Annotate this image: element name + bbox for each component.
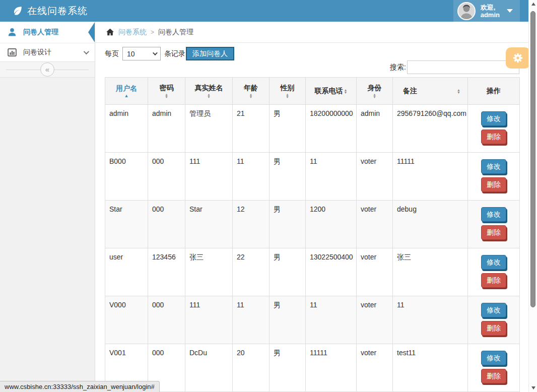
breadcrumb-current: 问卷人管理 [158,28,193,37]
table-cell: voter [357,344,393,392]
actions-cell: 修改删除 [468,248,520,296]
delete-button[interactable]: 删除 [481,273,506,288]
table-row: user123456张三22男13022500400voter张三修改删除 [105,248,520,296]
sidebar-item-respondent-management[interactable]: 问卷人管理 [0,22,95,43]
table-cell: 000 [148,201,185,248]
edit-button[interactable]: 修改 [481,255,506,270]
breadcrumb: 问卷系统 > 问卷人管理 [95,22,528,43]
add-respondent-button[interactable]: 添加问卷人 [186,47,234,60]
caret-down-icon [507,9,513,13]
column-header-3[interactable]: 年龄▲▼ [233,78,270,105]
table-cell: voter [357,201,393,248]
edit-button[interactable]: 修改 [481,159,506,174]
sort-icon: ▲▼ [207,93,211,98]
welcome-line2: admin [481,11,500,19]
column-label: 备注 [403,87,417,96]
table-row: Star000Star12男1200voterdebug修改删除 [105,201,520,248]
table-cell: 20 [233,344,270,392]
welcome-text: 欢迎, admin [481,4,500,19]
table-cell: 11111 [306,344,357,392]
page: 在线问卷系统 欢迎, admin 问卷 [0,0,537,392]
table-cell: 11 [306,296,357,344]
table-cell: 1200 [306,201,357,248]
per-page-value: 10 [127,50,135,58]
user-menu[interactable]: 欢迎, admin [453,0,520,22]
search-input[interactable] [407,60,519,74]
column-header-6[interactable]: 身份▲▼ [357,78,393,105]
actions-cell: 修改删除 [468,105,520,153]
actions-cell: 修改删除 [468,344,520,392]
table-cell: 000 [148,153,185,201]
select-chevron-icon [153,50,158,55]
edit-button[interactable]: 修改 [481,207,506,222]
table-cell: 男 [270,153,306,201]
table-cell: 男 [270,344,306,392]
sort-icon: ▲▼ [249,93,253,98]
delete-button[interactable]: 删除 [481,225,506,240]
column-header-7[interactable]: 备注▲▼ [393,78,468,105]
table-cell: voter [357,153,393,201]
sidebar-item-questionnaire-design[interactable]: 问卷设计 [0,43,95,61]
column-header-0[interactable]: 用户名▲ [105,78,148,105]
table-cell: test11 [393,344,468,392]
edit-button[interactable]: 修改 [481,351,506,365]
status-url-tooltip: www.csbishe.cn:33333/ssh_zaixian_wenjuan… [0,381,160,392]
chevron-down-icon [84,49,89,54]
table-cell: 2956791260@qq.com [393,105,468,153]
edit-button[interactable]: 修改 [481,111,506,126]
table-cell: 男 [270,201,306,248]
column-label: 用户名 [116,84,137,93]
settings-fab-button[interactable] [506,47,528,69]
column-header-5[interactable]: 联系电话▲▼ [306,78,357,105]
active-item-arrow [88,22,95,42]
breadcrumb-root-link[interactable]: 问卷系统 [118,28,147,37]
per-page-prefix-label: 每页 [105,49,119,58]
main-content: 问卷系统 > 问卷人管理 每页 10 条记录 添加问卷人 搜索: [95,22,528,392]
table-row: B00000011111男11voter11111修改删除 [105,153,520,201]
table-cell: Star [105,201,148,248]
table-cell: Star [185,201,233,248]
column-label: 联系电话 [315,87,343,96]
table-cell: 22 [233,248,270,296]
table-header-row: 用户名▲密码▲▼真实姓名▲▼年龄▲▼性别▲▼联系电话▲▼身份▲▼备注▲▼操作 [105,78,520,105]
table-cell: 11 [233,153,270,201]
welcome-line1: 欢迎, [481,4,496,11]
sort-icon: ▲▼ [344,89,348,94]
sort-icon: ▲▼ [286,93,289,98]
table-row: V00000011111男11voter11修改删除 [105,296,520,344]
table-row: adminadmin管理员21男18200000000admin29567912… [105,105,520,153]
sidebar-collapse-button[interactable]: « [40,62,54,77]
sort-asc-icon: ▲ [124,94,129,98]
column-header-4[interactable]: 性别▲▼ [270,78,306,105]
edit-button[interactable]: 修改 [481,303,506,317]
per-page-select[interactable]: 10 [122,47,161,60]
search-group: 搜索: [390,60,519,74]
sidebar-item-label: 问卷人管理 [23,28,58,37]
table-cell: 000 [148,296,185,344]
table-cell: voter [357,296,393,344]
delete-button[interactable]: 删除 [481,369,506,383]
table-cell: voter [357,248,393,296]
table-cell: debug [393,201,468,248]
sort-icon: ▲▼ [165,93,168,98]
avatar[interactable] [457,2,476,20]
vertical-scrollbar[interactable] [528,0,537,392]
actions-cell: 修改删除 [468,153,520,201]
table-cell: 男 [270,296,306,344]
scroll-up-arrow[interactable] [529,0,537,8]
column-header-1[interactable]: 密码▲▼ [148,78,185,105]
sidebar-item-label: 问卷设计 [23,48,51,57]
delete-button[interactable]: 删除 [481,321,506,336]
table-cell: 11 [393,296,468,344]
brand: 在线问卷系统 [0,5,88,18]
table-cell: 12 [233,201,270,248]
scrollbar-thumb[interactable] [530,11,535,307]
delete-button[interactable]: 删除 [481,129,506,144]
column-header-2[interactable]: 真实姓名▲▼ [185,78,233,105]
delete-button[interactable]: 删除 [481,177,506,192]
table-cell: 男 [270,248,306,296]
scroll-down-arrow[interactable] [529,384,537,392]
actions-cell: 修改删除 [468,296,520,344]
breadcrumb-separator: > [151,29,154,36]
app-title: 在线问卷系统 [27,5,88,18]
